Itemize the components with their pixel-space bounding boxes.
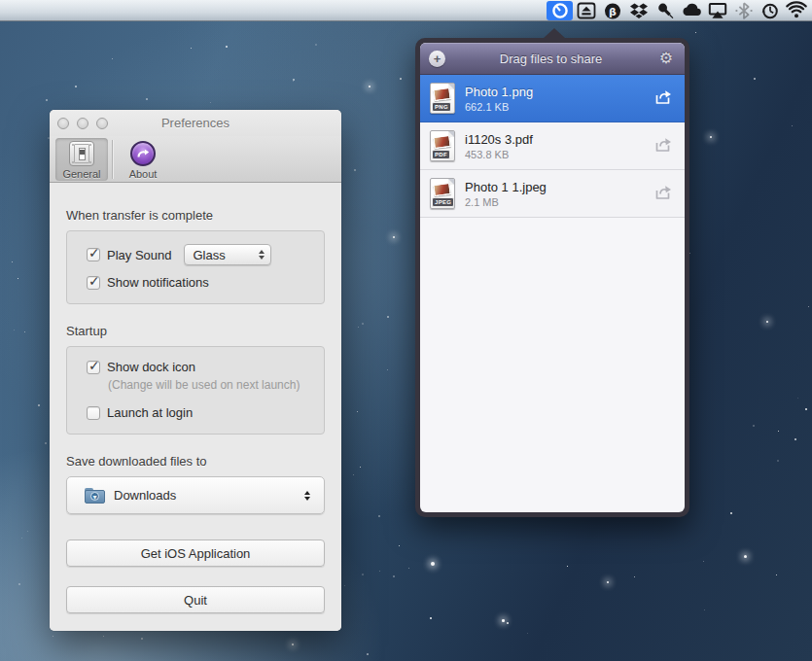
play-sound-checkbox[interactable] [87,248,100,261]
file-type-badge: JPEG [432,197,454,207]
file-type-badge: PNG [432,102,451,112]
cloud-icon[interactable] [678,1,704,20]
play-sound-row: Play Sound Glass [87,244,304,265]
share-icon[interactable] [653,136,673,157]
file-name: i1120s 3.pdf [465,131,653,148]
share-popover-title: Drag files to share [445,52,656,66]
desktop-wallpaper: β + Drag files to share ⚙ [0,0,812,661]
app-timer-icon[interactable] [547,1,573,20]
downloads-folder-icon: ▾ [85,488,105,504]
file-row-photo11[interactable]: JPEG Photo 1 1.jpeg 2.1 MB [420,170,685,218]
tab-general-label: General [62,168,100,180]
file-size: 662.1 KB [465,100,653,114]
bluetooth-icon[interactable] [730,1,757,20]
eject-box-icon[interactable] [573,1,599,20]
save-section-label: Save downloaded files to [66,454,325,469]
file-thumbnail [433,183,450,196]
launch-login-label[interactable]: Launch at login [107,405,193,420]
file-row-photo1[interactable]: PNG Photo 1.png 662.1 KB [420,75,685,122]
share-popover: + Drag files to share ⚙ PNG Photo 1.png … [415,38,689,517]
settings-gear-icon[interactable]: ⚙ [656,51,676,67]
dock-icon-label[interactable]: Show dock icon [107,360,195,374]
share-popover-content: + Drag files to share ⚙ PNG Photo 1.png … [420,43,685,512]
save-folder-select[interactable]: ▾ Downloads [66,476,325,514]
play-sound-label[interactable]: Play Sound [107,248,172,262]
get-ios-application-button[interactable]: Get iOS Application [66,539,325,567]
time-machine-icon[interactable] [757,1,783,20]
startup-group: Show dock icon (Change will be used on n… [66,346,325,435]
sound-select-value: Glass [194,248,259,262]
launch-login-row: Launch at login [87,405,304,420]
pin-icon[interactable] [652,1,678,20]
dock-icon-note: (Change will be used on next launch) [108,378,304,392]
share-icon[interactable] [653,88,673,109]
transfer-section-label: When transfer is complete [66,208,325,223]
preferences-window: Preferences General [50,110,341,631]
file-size: 2.1 MB [465,195,653,209]
tab-general[interactable]: General [55,138,108,181]
save-folder-value: Downloads [114,488,304,503]
jpeg-file-icon: JPEG [430,178,455,209]
file-thumbnail [433,87,450,101]
add-file-button[interactable]: + [429,51,445,67]
preferences-toolbar: General About [50,136,341,183]
tab-about-label: About [129,168,158,180]
file-name: Photo 1 1.jpeg [465,179,653,195]
file-info: Photo 1 1.jpeg 2.1 MB [465,179,653,209]
minimize-button[interactable] [77,118,88,129]
beta-icon[interactable]: β [599,1,625,20]
close-button[interactable] [57,118,69,129]
file-info: i1120s 3.pdf 453.8 KB [465,131,653,161]
zoom-button[interactable] [96,118,108,129]
dropbox-icon[interactable] [625,1,652,20]
file-type-badge: PDF [432,150,450,159]
title-bar[interactable]: Preferences [50,110,341,136]
file-name: Photo 1.png [465,84,653,100]
transfer-group: Play Sound Glass Show notifications [66,230,325,304]
startup-section-label: Startup [66,324,325,338]
png-file-icon: PNG [430,83,455,114]
wifi-icon[interactable] [783,1,809,20]
toolbar-separator [112,140,113,179]
launch-login-checkbox[interactable] [87,406,100,420]
preferences-content: When transfer is complete Play Sound Gla… [50,183,341,631]
about-swirl-icon [130,141,156,166]
light-switch-icon [69,141,94,166]
file-info: Photo 1.png 662.1 KB [465,84,653,114]
svg-text:β: β [609,5,617,17]
stepper-arrows-icon [259,250,265,260]
sound-select[interactable]: Glass [184,244,271,265]
file-thumbnail [433,135,450,149]
menu-bar: β [0,0,812,21]
notifications-row: Show notifications [87,275,304,290]
share-icon[interactable] [653,184,673,204]
window-title: Preferences [50,116,341,130]
stepper-arrows-icon [304,491,310,501]
popover-arrow [543,28,566,39]
airplay-icon[interactable] [704,1,730,20]
quit-button[interactable]: Quit [66,586,325,613]
notifications-checkbox[interactable] [87,276,100,290]
dock-icon-row: Show dock icon [87,360,304,374]
tab-about[interactable]: About [117,138,169,181]
dock-icon-checkbox[interactable] [87,361,100,374]
share-popover-header: + Drag files to share ⚙ [420,43,685,75]
file-row-i1120s[interactable]: PDF i1120s 3.pdf 453.8 KB [420,122,685,170]
file-size: 453.8 KB [465,148,653,161]
pdf-file-icon: PDF [430,130,455,161]
notifications-label[interactable]: Show notifications [107,275,209,290]
